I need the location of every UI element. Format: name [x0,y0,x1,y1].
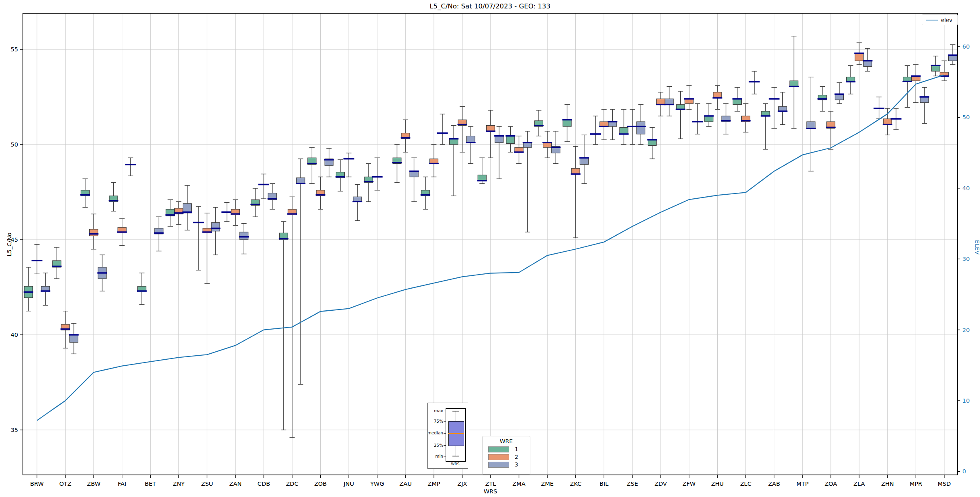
box-ZSU-wre2-median [202,231,212,232]
tick-label-x-ZBW: ZBW [87,481,100,487]
box-MPR-wre3 [920,97,929,103]
box-ZLC-wre2-median [741,120,751,121]
wre2-label: 2 [515,454,518,460]
box-ZTL-wre1 [478,175,486,181]
box-ZHN-wre2 [883,119,892,124]
tick-label-x-BIL: BIL [599,481,608,487]
box-ZDV-wre2 [657,99,665,104]
tick-label-x-ZOB: ZOB [314,481,327,487]
box-ZSU-wre3-median [211,228,221,229]
box-OTZ-wre2-median [61,328,70,330]
box-ZAU-wre2-median [401,137,410,139]
box-BIL-wre1-median [590,133,601,135]
box-BIL-wre2-median [599,126,609,127]
box-ZDC-wre3 [297,178,305,183]
box-MSD-wre3 [949,55,957,61]
box-ZFW-wre3-median [692,121,703,122]
box-ZLA-wre1 [847,77,855,82]
box-ZJX-wre3 [466,136,475,143]
tick-label-right-40: 40 [962,185,970,191]
box-OTZ-wre3 [70,335,78,342]
box-MTP-wre1-median [789,86,799,87]
box-ZHN-wre3-median [891,118,902,120]
box-ZMA-wre1 [506,136,515,144]
tick-label-x-ZSE: ZSE [627,481,638,487]
inset-min-cap [452,456,459,456]
box-ZDV-wre3-median [665,104,674,105]
inset-x-label: WRS [446,462,465,466]
tick-label-right-30: 30 [962,256,970,262]
tick-label-x-ZAU: ZAU [399,481,411,487]
box-FAI-wre3-median [125,164,136,165]
box-ZLA-wre3-median [863,60,872,61]
box-ZNY-wre2-median [174,212,184,214]
box-ZSE-wre3-median [636,126,646,127]
box-JNU-wre2-median [344,158,354,160]
tick-label-x-ZJX: ZJX [457,481,467,487]
box-OTZ-wre3-median [69,334,79,335]
wre-legend-title: WRE [483,438,530,444]
box-ZSE-wre1-median [619,133,629,134]
tick-label-x-ZLA: ZLA [853,481,865,487]
box-ZHU-wre1-median [704,115,714,116]
box-ZTL-wre2 [486,126,495,131]
box-ZOB-wre1-median [307,163,317,164]
inset-lower-whisker [456,445,456,456]
box-BET-wre3-median [154,232,164,234]
box-YWG-wre2-median [372,176,383,178]
box-ZBW-wre2-median [89,233,98,234]
tick-label-x-ZKC: ZKC [570,481,581,487]
inset-tick-max [444,411,446,411]
box-MTP-wre1 [790,81,798,86]
box-ZFW-wre2 [685,99,693,104]
box-ZDV-wre2-median [656,104,665,105]
chart-title: L5_C/No: Sat 10/07/2023 - GEO: 133 [0,2,980,10]
box-ZOA-wre1-median [817,98,827,100]
box-MTP-wre3-median [806,128,816,129]
box-JNU-wre3-median [352,201,362,202]
box-ZLA-wre3 [863,61,872,66]
plot-border [23,13,957,475]
box-ZSE-wre3 [636,122,645,134]
elev-line-legend: elev [922,14,958,25]
tick-label-x-ZTL: ZTL [485,481,496,487]
tick-label-right-10: 10 [962,397,970,404]
inset-label-75: 75% [434,419,443,424]
box-ZBW-wre3-median [97,272,107,273]
box-ZAB-wre1-median [761,115,770,116]
box-BIL-wre2 [600,122,608,126]
box-ZNY-wre1-median [166,214,175,216]
box-FAI-wre2-median [117,231,127,232]
box-JNU-wre1-median [336,176,345,177]
box-ZAB-wre3-median [778,110,788,112]
tick-label-x-BET: BET [145,481,156,487]
box-ZSE-wre1 [620,127,628,134]
box-ZAN-wre1-median [221,211,232,213]
box-MSD-wre1-median [931,65,941,66]
box-ZMA-wre3-median [523,142,532,143]
tick-label-x-MTP: MTP [796,481,808,487]
box-ZOB-wre3-median [324,159,334,160]
box-ZBW-wre2 [90,229,98,236]
box-OTZ-wre1-median [52,266,61,267]
tick-label-x-ZMP: ZMP [428,481,440,487]
box-MTP-wre3 [807,122,815,128]
inset-label-median: median [428,430,443,435]
box-BRW-wre2-median [32,260,43,261]
wre2-color-swatch-icon [488,454,509,460]
inset-median-line [448,433,464,434]
box-ZMA-wre2 [515,147,523,152]
tick-label-right-60: 60 [962,43,970,50]
box-ZLA-wre2 [855,53,863,61]
box-ZME-wre2-median [542,142,552,143]
inset-tick-25 [444,445,446,446]
tick-label-x-ZMA: ZMA [512,481,525,487]
box-ZAU-wre1-median [392,162,402,163]
wre3-color-swatch-icon [488,462,509,468]
tick-label-x-ZME: ZME [541,481,554,487]
chart-figure: 35404550550102030405060BRWOTZZBWFAIBETZN… [0,0,980,497]
box-ZME-wre2 [543,143,552,147]
tick-label-x-MSD: MSD [937,481,951,487]
y-axis-label-left: L5_C/No [6,0,12,493]
box-ZMP-wre2-median [429,163,439,164]
